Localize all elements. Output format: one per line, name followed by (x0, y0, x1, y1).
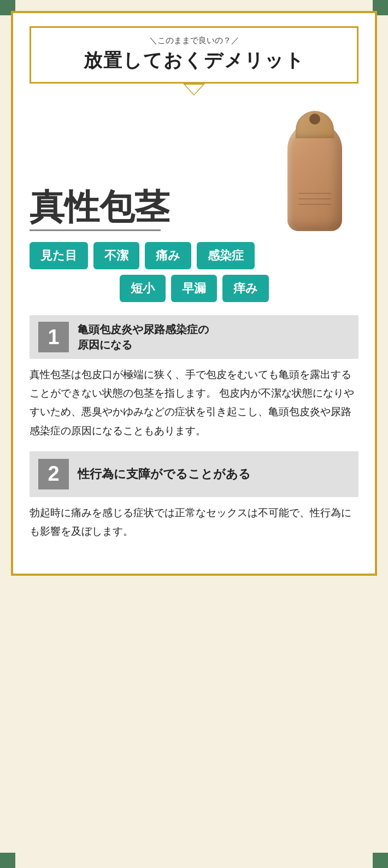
section-1-badge: 1 (38, 322, 69, 352)
section-2-badge: 2 (38, 459, 69, 489)
section-2-header: 2 性行為に支障がでることがある (30, 451, 358, 497)
section-1-body: 真性包茎は包皮口が極端に狭く、手で包皮をむいても亀頭を露出することができない状態… (30, 365, 358, 440)
main-title-block: 真性包茎 (30, 188, 169, 231)
tag-itch: 痒み (222, 275, 269, 302)
finger-lines (298, 193, 331, 209)
main-content: 真性包茎 (30, 100, 358, 557)
section-2-title: 性行為に支障がでることがある (78, 466, 251, 482)
header-section: ＼このままで良いの？／ 放置しておくデメリット (30, 26, 358, 95)
corner-br (373, 853, 388, 868)
tags-row-2: 短小 早漏 痒み (30, 275, 358, 302)
section-1-header: 1 亀頭包皮炎や尿路感染症の原因になる (30, 315, 358, 359)
title-row: 真性包茎 (30, 111, 358, 231)
section-2-body: 勃起時に痛みを感じる症状では正常なセックスは不可能で、性行為にも影響を及ぼします… (30, 504, 358, 541)
main-title: 真性包茎 (30, 188, 169, 226)
tag-pain: 痛み (145, 242, 191, 269)
section-2: 2 性行為に支障がでることがある 勃起時に痛みを感じる症状では正常なセックスは不… (30, 451, 358, 541)
tags-section: 見た目 不潔 痛み 感染症 短小 早漏 痒み (30, 242, 358, 302)
finger-body (287, 122, 342, 231)
main-frame: ＼このままで良いの？／ 放置しておくデメリット 真性包茎 (11, 11, 377, 576)
page-container: ＼このままで良いの？／ 放置しておくデメリット 真性包茎 (0, 0, 388, 868)
tag-infection: 感染症 (197, 242, 255, 269)
tags-row-1: 見た目 不潔 痛み 感染症 (30, 242, 358, 269)
finger-tip-opening (309, 114, 320, 125)
section-1: 1 亀頭包皮炎や尿路感染症の原因になる 真性包茎は包皮口が極端に狭く、手で包皮を… (30, 315, 358, 440)
main-title-underline (30, 229, 161, 231)
tag-hygiene: 不潔 (93, 242, 139, 269)
tag-size: 短小 (120, 275, 166, 302)
header-title: 放置しておくデメリット (42, 48, 346, 73)
title-box: ＼このままで良いの？／ 放置しておくデメリット (30, 26, 358, 84)
tag-premature: 早漏 (171, 275, 217, 302)
header-subtitle: ＼このままで良いの？／ (42, 36, 346, 46)
tag-appearance: 見た目 (30, 242, 88, 269)
finger-tip (296, 111, 334, 138)
illustration (271, 111, 358, 231)
corner-bl (0, 853, 15, 868)
section-1-title: 亀頭包皮炎や尿路感染症の原因になる (78, 322, 209, 352)
arrow-down-inner (185, 85, 203, 95)
